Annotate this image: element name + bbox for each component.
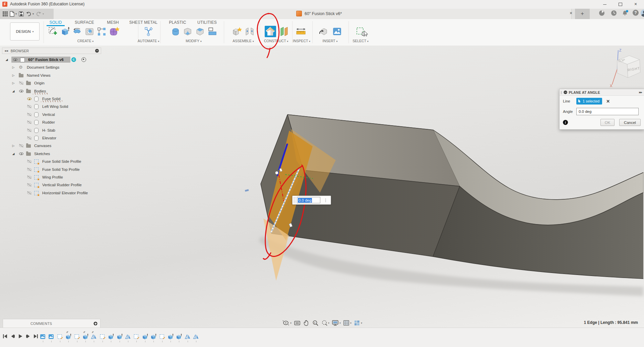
cancel-button[interactable]: Cancel <box>619 119 641 126</box>
group-label-modify[interactable]: MODIFY ▾ <box>186 39 202 43</box>
timeline-feature-extrude[interactable]: /// <box>82 334 89 340</box>
play-icon[interactable] <box>18 334 23 339</box>
expanded-arrow-icon[interactable]: ◢ <box>11 152 15 155</box>
visibility-eye-icon[interactable] <box>19 143 24 148</box>
undo-caret[interactable]: ▾ <box>33 12 34 15</box>
file-menu-icon[interactable] <box>10 11 14 17</box>
ground-component-icon[interactable] <box>81 57 86 62</box>
timeline-feature-canvas[interactable] <box>40 334 47 340</box>
zoom-window-icon[interactable]: ▾ <box>321 320 329 326</box>
group-label-construct[interactable]: CONSTRUCT ▾ <box>264 39 288 43</box>
new-document-tab-button[interactable]: + <box>575 9 590 19</box>
chamfer-icon[interactable] <box>194 26 206 37</box>
visibility-eye-icon[interactable] <box>27 112 32 117</box>
viewports-icon[interactable]: ▾ <box>354 320 362 326</box>
visibility-eye-icon[interactable] <box>27 183 32 187</box>
comments-panel[interactable]: COMMENTS <box>3 319 101 328</box>
browser-panel-header[interactable]: ◀◀ BROWSER <box>2 48 101 54</box>
document-tab-close-icon[interactable]: × <box>568 10 574 16</box>
grid-snap-icon[interactable]: ▾ <box>343 320 351 326</box>
skip-to-end-icon[interactable] <box>34 334 38 339</box>
group-label-select[interactable]: SELECT ▾ <box>352 39 369 43</box>
fillet-icon[interactable] <box>182 26 193 37</box>
orbit-icon[interactable]: ▾ <box>282 320 292 326</box>
redo-icon[interactable] <box>36 11 42 16</box>
timeline-feature-mirror[interactable]: /// <box>91 334 98 340</box>
tab-surface[interactable]: SURFACE <box>75 20 94 25</box>
offset-face-icon[interactable] <box>207 26 218 37</box>
timeline-feature-extrude[interactable] <box>176 334 183 340</box>
timeline-feature-sketch[interactable] <box>100 334 106 340</box>
notifications-bell-icon[interactable] <box>622 10 630 18</box>
midplane-icon[interactable] <box>278 26 289 37</box>
3d-viewport[interactable]: Z X TOP RIGHT ◀◀ BROWSER ◢60" Fusion Sti… <box>0 46 644 328</box>
dialog-header[interactable]: ∥ PLANE AT ANGLE ▶▶ <box>560 89 644 96</box>
pan-icon[interactable] <box>303 320 310 326</box>
browser-minimize-icon[interactable] <box>95 49 99 53</box>
help-icon[interactable]: ? <box>633 10 639 16</box>
visibility-eye-icon[interactable] <box>27 191 32 195</box>
measure-icon[interactable] <box>295 26 307 37</box>
step-back-icon[interactable] <box>10 334 15 339</box>
timeline-feature-extrude[interactable] <box>117 334 123 340</box>
timeline-feature-mirror[interactable] <box>185 334 191 340</box>
close-button[interactable]: × <box>629 0 643 8</box>
app-grid-menu-icon[interactable] <box>3 11 8 16</box>
group-label-inspect[interactable]: INSPECT ▾ <box>293 39 310 43</box>
collapsed-arrow-icon[interactable]: ▷ <box>11 81 15 85</box>
tab-utilities[interactable]: UTILITIES <box>197 20 217 25</box>
clear-selection-icon[interactable]: ✕ <box>606 99 610 104</box>
visibility-eye-icon[interactable] <box>27 120 32 125</box>
angle-value-field[interactable]: 0.0 deg <box>297 197 320 203</box>
timeline-feature-sketch[interactable] <box>159 334 166 340</box>
hole-icon[interactable] <box>84 26 95 37</box>
visibility-eye-icon[interactable] <box>19 151 24 156</box>
dialog-expand-icon[interactable]: ▶▶ <box>639 91 642 94</box>
more-options-icon[interactable]: ⋮ <box>324 199 328 202</box>
create-form-icon[interactable] <box>109 26 120 37</box>
visibility-eye-icon[interactable] <box>27 96 32 101</box>
zoom-icon[interactable]: ± <box>312 320 319 326</box>
visibility-eye-icon[interactable] <box>27 159 32 164</box>
visibility-eye-icon[interactable] <box>19 81 24 85</box>
timeline-feature-mirror[interactable] <box>193 334 200 340</box>
tab-solid[interactable]: SOLID <box>49 20 62 25</box>
collapsed-arrow-icon[interactable]: ▷ <box>11 144 15 147</box>
file-menu-caret[interactable]: ▾ <box>15 12 17 15</box>
timeline-feature-sketch[interactable] <box>57 334 64 340</box>
automate-icon[interactable] <box>143 26 154 37</box>
timeline-feature-sketch[interactable] <box>133 334 140 340</box>
timeline-feature-mirror[interactable] <box>125 334 132 340</box>
visibility-eye-icon[interactable] <box>27 104 32 109</box>
tab-plastic[interactable]: PLASTIC <box>169 20 186 25</box>
tab-mesh[interactable]: MESH <box>107 20 119 25</box>
timeline-feature-extrude[interactable] <box>142 334 149 340</box>
revolve-icon[interactable] <box>71 26 83 37</box>
redo-caret[interactable]: ▾ <box>43 12 44 15</box>
dialog-minimize-icon[interactable] <box>564 90 567 94</box>
ok-button[interactable]: OK <box>600 119 615 126</box>
step-forward-icon[interactable] <box>26 334 30 339</box>
collapsed-arrow-icon[interactable]: ▷ <box>11 74 15 77</box>
extensions-icon[interactable] <box>598 10 606 18</box>
timeline-feature-extrude[interactable] <box>108 334 115 340</box>
job-status-clock-icon[interactable] <box>610 10 619 18</box>
undo-icon[interactable] <box>26 11 31 16</box>
browser-collapse-icon[interactable]: ◀◀ <box>4 50 8 52</box>
drag-handle-icon[interactable] <box>293 197 296 203</box>
expanded-arrow-icon[interactable]: ◢ <box>11 89 15 93</box>
minimize-button[interactable] <box>598 0 612 8</box>
view-cube[interactable]: Z X TOP RIGHT <box>607 47 644 88</box>
extrude-icon[interactable] <box>59 26 71 37</box>
add-comment-icon[interactable] <box>93 322 97 325</box>
timeline-feature-extrude[interactable] <box>168 334 174 340</box>
line-selection-chip[interactable]: 1 selected <box>576 98 602 105</box>
tab-sheet-metal[interactable]: SHEET METAL <box>129 20 157 25</box>
user-avatar[interactable] <box>641 9 644 17</box>
new-component-icon[interactable] <box>231 26 243 37</box>
look-at-icon[interactable] <box>294 320 301 326</box>
display-settings-icon[interactable]: ▾ <box>332 320 341 326</box>
group-label-create[interactable]: CREATE ▾ <box>77 39 94 43</box>
visibility-eye-icon[interactable] <box>27 128 32 133</box>
skip-to-start-icon[interactable] <box>3 334 7 339</box>
